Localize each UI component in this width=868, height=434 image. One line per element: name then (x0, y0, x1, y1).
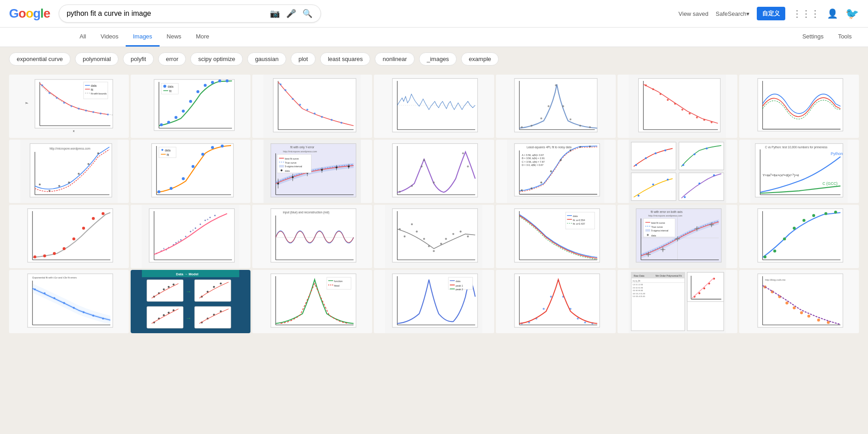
svg-point-378 (542, 308, 544, 310)
svg-point-416 (793, 307, 795, 309)
svg-point-181 (655, 152, 656, 154)
image-result[interactable]: data peak 1 peak 2 (374, 270, 494, 333)
chip-polynomial[interactable]: polynomial (75, 52, 118, 66)
image-result[interactable]: data fit (131, 75, 250, 138)
customize-button[interactable]: 自定义 (757, 7, 785, 20)
svg-text:True curve: True curve (651, 226, 663, 228)
chip-scipy-optimize[interactable]: scipy optimize (190, 52, 243, 66)
svg-point-183 (682, 164, 684, 166)
svg-point-99 (68, 182, 70, 184)
svg-point-207 (63, 247, 66, 250)
mic-icon[interactable]: 🎤 (285, 8, 297, 19)
chip-plot[interactable]: plot (291, 52, 316, 66)
svg-point-163 (530, 188, 532, 189)
image-result[interactable] (374, 205, 494, 268)
svg-point-111 (201, 153, 204, 156)
svg-point-77 (645, 85, 646, 86)
images-grid: data fit fit-with-bounds x y (9, 75, 859, 333)
svg-text:5-sigma interval: 5-sigma interval (285, 165, 302, 168)
svg-point-100 (78, 173, 80, 175)
svg-point-323 (102, 318, 104, 320)
search-submit-icon[interactable]: 🔍 (302, 8, 313, 19)
chip-error[interactable]: error (158, 52, 186, 66)
apps-icon[interactable]: ⋮⋮⋮ (793, 8, 820, 19)
svg-text:5th Order Polynomial Fit: 5th Order Polynomial Fit (656, 274, 682, 277)
image-result[interactable]: data fit fit-with-bounds x y (9, 75, 129, 138)
chip-least-squares[interactable]: least squares (320, 52, 370, 66)
chip-gaussian[interactable]: gaussian (247, 52, 286, 66)
svg-point-134 (336, 166, 338, 168)
nav-all[interactable]: All (72, 28, 93, 47)
safesearch-link[interactable]: SafeSearch▾ (716, 10, 750, 17)
image-result[interactable]: Least-squares 4PL fit to noisy data (496, 140, 616, 203)
chip-polyfit[interactable]: polyfit (123, 52, 154, 66)
image-result[interactable] (496, 75, 616, 138)
svg-text:fit-with-bounds: fit-with-bounds (91, 92, 107, 95)
svg-point-186 (637, 195, 639, 197)
svg-point-337 (213, 286, 215, 288)
image-result[interactable]: Raw Data 5th Order Polynomial Fit x y y_… (618, 270, 737, 333)
image-result[interactable]: http://micropore.wordpress.com (9, 140, 129, 203)
image-result[interactable] (739, 205, 859, 268)
image-result[interactable]: http://blog.csdn.me (739, 270, 859, 333)
image-result[interactable]: data fit (131, 140, 250, 203)
svg-point-189 (684, 196, 685, 198)
image-result[interactable] (618, 140, 737, 203)
image-result[interactable]: fit with error on both axis http://micro… (618, 205, 737, 268)
image-result[interactable] (739, 75, 859, 138)
image-result[interactable] (618, 75, 737, 138)
search-input[interactable] (66, 9, 265, 18)
svg-point-179 (635, 164, 637, 166)
image-result[interactable]: input (blue) and reconstruction (red) (252, 205, 372, 268)
image-result[interactable]: function fitted (252, 270, 372, 333)
nav-more[interactable]: More (189, 28, 217, 47)
nav-news[interactable]: News (160, 28, 189, 47)
image-result[interactable] (131, 205, 250, 268)
google-logo[interactable]: Google (9, 6, 50, 21)
image-result[interactable] (374, 140, 494, 203)
svg-point-184 (693, 153, 695, 155)
svg-point-180 (645, 157, 646, 159)
svg-point-225 (195, 227, 196, 229)
nav-images[interactable]: Images (126, 28, 160, 47)
image-result[interactable] (374, 75, 494, 138)
svg-point-78 (652, 88, 654, 90)
svg-point-66 (540, 118, 542, 119)
image-result[interactable] (252, 75, 372, 138)
svg-point-332 (173, 283, 175, 285)
camera-icon[interactable]: 📷 (269, 8, 281, 19)
svg-point-415 (785, 302, 788, 304)
svg-point-210 (92, 217, 94, 220)
image-result[interactable]: Exponential fit with ±1σ and ±3σ fit err… (9, 270, 129, 333)
chip-example[interactable]: example (461, 52, 499, 66)
nav-tools[interactable]: Tools (831, 28, 859, 47)
image-result[interactable]: data fit: a=2.554 fit: a=2.437 (496, 205, 616, 268)
svg-point-28 (167, 121, 170, 123)
svg-rect-295 (645, 229, 650, 231)
svg-point-155 (462, 152, 464, 154)
header-right: View savedSafeSearch▾ 自定义 ⋮⋮⋮ 👤 🐦 (679, 7, 859, 20)
svg-text:Data → Model: Data → Model (176, 272, 198, 276)
svg-point-156 (467, 165, 469, 167)
image-result[interactable] (9, 205, 129, 268)
avatar[interactable]: 🐦 (845, 7, 859, 20)
svg-point-280 (662, 249, 664, 250)
image-result[interactable]: fit with only Y-error http://micropore.w… (252, 140, 372, 203)
svg-point-245 (404, 236, 406, 237)
svg-point-5 (48, 92, 50, 94)
svg-point-79 (659, 93, 661, 95)
nav-videos[interactable]: Videos (93, 28, 126, 47)
image-result[interactable]: Data → Model → (131, 270, 250, 333)
svg-point-85 (703, 119, 705, 121)
svg-rect-409 (758, 274, 843, 327)
image-result[interactable] (496, 270, 616, 333)
view-saved-link[interactable]: View saved (679, 10, 708, 17)
chip-exponential-curve[interactable]: exponential curve (9, 52, 71, 66)
chip-nonlinear[interactable]: nonlinear (375, 52, 415, 66)
account-icon[interactable]: 👤 (827, 8, 838, 19)
image-result[interactable]: C vs Python: test 10,000 numbers for pri… (739, 140, 859, 203)
nav-settings[interactable]: Settings (795, 28, 831, 47)
chip-images[interactable]: _images (419, 52, 457, 66)
svg-point-227 (204, 220, 206, 221)
svg-rect-300 (758, 209, 843, 262)
